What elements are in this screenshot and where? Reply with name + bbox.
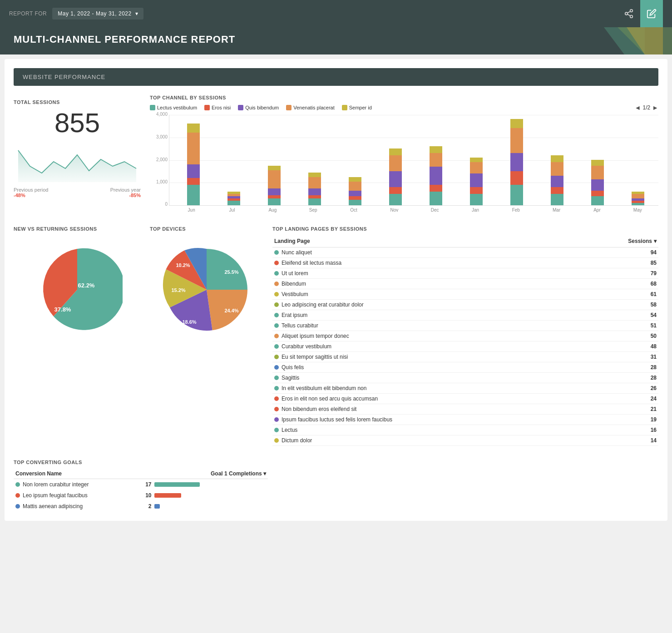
landing-page-name: Bibendum (272, 279, 578, 289)
chart-legend: Lectus vestibulumEros nisiQuis bibendumV… (150, 104, 658, 111)
bar-group-jun (175, 114, 212, 205)
new-vs-returning-label: NEW VS RETURNING SESSIONS (14, 226, 141, 232)
top-devices-panel: TOP DEVICES (150, 226, 263, 446)
bar-group-dec (417, 114, 455, 205)
share-button[interactable] (618, 0, 640, 27)
edit-button[interactable] (640, 0, 663, 27)
sort-icon[interactable]: ▾ (654, 238, 657, 244)
landing-page-name: Leo adipiscing erat curabitur dolor (272, 300, 578, 310)
bar-group-aug (256, 114, 293, 205)
landing-page-name: Ut ut lorem (272, 268, 578, 279)
landing-page-name: Vestibulum (272, 289, 578, 300)
report-label: REPORT FOR (9, 10, 47, 17)
date-range-dropdown[interactable]: May 1, 2022 - May 31, 2022 ▾ (52, 8, 143, 20)
bar-segment-1 (551, 187, 563, 194)
bar-segment-1 (389, 187, 402, 194)
bar-group-apr (578, 114, 616, 205)
new-vs-returning-chart: 62.2% 37.8% (32, 244, 123, 335)
goal-name: Leo ipsum feugiat faucibus (14, 490, 137, 501)
table-row: Erat ipsum 54 (272, 310, 658, 321)
bottom-section: TOP CONVERTING GOALS Conversion Name Goa… (14, 460, 658, 512)
bar-chart-panel: TOP CHANNEL BY SESSIONS Lectus vestibulu… (150, 95, 658, 213)
legend-item-3: Venenatis placerat (286, 105, 335, 110)
bar-segment-3 (430, 153, 442, 167)
page-title: MULTI-CHANNEL PERFORMANCE REPORT (14, 34, 658, 45)
svg-text:25.5%: 25.5% (224, 269, 238, 275)
x-label-aug: Aug (254, 208, 292, 213)
landing-page-name: Sagittis (272, 373, 578, 383)
landing-pages-table: Landing Page Sessions ▾ Nunc aliquet 9 (272, 235, 658, 446)
bar-segment-4 (268, 166, 281, 170)
bar-segment-0 (632, 203, 644, 205)
landing-page-name: Aliquet ipsum tempor donec (272, 331, 578, 341)
x-label-mar: Mar (538, 208, 575, 213)
bar-segment-2 (470, 173, 483, 187)
landing-page-name: Eros in elit non sed arcu quis accumsan (272, 394, 578, 404)
bar-segment-3 (308, 177, 321, 188)
table-row: In elit vestibulum elit bibendum non 26 (272, 383, 658, 394)
goal-value: 10 (137, 490, 268, 501)
bar-segment-3 (551, 162, 563, 176)
svg-point-0 (630, 10, 633, 12)
bar-segment-3 (632, 194, 644, 198)
svg-point-2 (630, 15, 633, 18)
landing-page-name: Non bibendum eros eleifend sit (272, 404, 578, 415)
bar-segment-1 (510, 171, 523, 185)
bar-x-labels: JunJulAugSepOctNovDecJanFebMarAprMay (169, 206, 658, 213)
goals-table: Conversion Name Goal 1 Completions ▾ Non… (14, 469, 268, 512)
bar-group-may (619, 114, 657, 205)
goals-col-goal: Goal 1 Completions ▾ (137, 469, 268, 479)
table-row: Dictum dolor 14 (272, 435, 658, 446)
landing-page-sessions: 68 (578, 279, 658, 289)
bar-chart-area: 4,0003,0002,0001,0000 (169, 115, 658, 206)
bar-segment-0 (227, 201, 240, 205)
landing-pages-panel: TOP LANDING PAGES BY SESSIONS Landing Pa… (272, 226, 658, 446)
landing-page-sessions: 28 (578, 362, 658, 373)
bar-segment-1 (470, 187, 483, 194)
bars-wrapper (173, 115, 658, 205)
next-page-btn[interactable]: ► (652, 104, 658, 111)
bar-segment-0 (551, 194, 563, 205)
landing-page-sessions: 26 (578, 383, 658, 394)
landing-page-name: Quis felis (272, 362, 578, 373)
x-label-jun: Jun (173, 208, 210, 213)
bar-segment-2 (510, 153, 523, 171)
landing-page-name: Ipsum faucibus luctus sed felis lorem fa… (272, 415, 578, 425)
prev-page-btn[interactable]: ◄ (635, 104, 641, 111)
bar-segment-1 (591, 191, 604, 197)
landing-page-sessions: 50 (578, 331, 658, 341)
landing-page-sessions: 19 (578, 415, 658, 425)
goals-col-name: Conversion Name (14, 469, 137, 479)
bar-segment-2 (187, 164, 200, 178)
col-page-header: Landing Page (272, 235, 578, 247)
date-range-text: May 1, 2022 - May 31, 2022 (58, 10, 131, 17)
landing-page-sessions: 58 (578, 300, 658, 310)
bar-segment-3 (389, 155, 402, 171)
bar-segment-2 (308, 188, 321, 195)
goal-sort-icon[interactable]: ▾ (263, 470, 266, 477)
legend-item-0: Lectus vestibulum (150, 105, 197, 110)
x-label-apr: Apr (578, 208, 616, 213)
header-left: REPORT FOR May 1, 2022 - May 31, 2022 ▾ (9, 8, 143, 20)
bar-group-feb (498, 114, 535, 205)
landing-page-sessions: 94 (578, 247, 658, 258)
bar-group-oct (336, 114, 374, 205)
svg-text:10.2%: 10.2% (176, 262, 190, 268)
bar-chart-label: TOP CHANNEL BY SESSIONS (150, 95, 658, 100)
legend-item-2: Quis bibendum (238, 105, 279, 110)
landing-page-sessions: 31 (578, 352, 658, 362)
landing-page-sessions: 85 (578, 258, 658, 268)
landing-page-name: Erat ipsum (272, 310, 578, 321)
bar-segment-2 (389, 171, 402, 187)
landing-page-name: Lectus (272, 425, 578, 435)
table-row: Tellus curabitur 51 (272, 321, 658, 331)
mid-row: NEW VS RETURNING SESSIONS 62.2% 37.8% TO… (14, 226, 658, 446)
total-sessions-label: TOTAL SESSIONS (14, 99, 141, 105)
table-row: Curabitur vestibulum 48 (272, 341, 658, 352)
sessions-number: 855 (14, 109, 141, 137)
bar-segment-1 (349, 196, 361, 200)
svg-point-1 (625, 12, 628, 15)
bar-segment-2 (551, 176, 563, 187)
svg-text:15.2%: 15.2% (171, 287, 185, 293)
bar-segment-3 (591, 166, 604, 179)
